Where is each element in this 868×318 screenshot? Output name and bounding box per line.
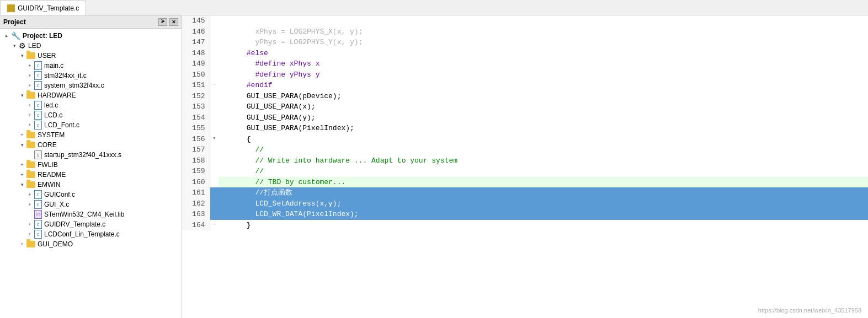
file-tab[interactable]: GUIDRV_Template.c <box>0 1 86 15</box>
code-line-157: 157 // <box>182 144 868 155</box>
tree-item-label: GUIDRV_Template.c <box>44 220 105 228</box>
tree-toggle-stemwin-lib[interactable] <box>25 210 34 219</box>
fold-indicator[interactable]: ─ <box>210 80 219 91</box>
tree-toggle-emwin-folder[interactable]: ▾ <box>18 180 26 189</box>
fold-indicator[interactable] <box>210 209 219 220</box>
tree-toggle-guiconf-c[interactable]: + <box>25 190 34 199</box>
line-number: 148 <box>182 48 210 59</box>
tree-toggle-startup-s[interactable] <box>25 150 34 159</box>
fold-indicator[interactable]: ─ <box>210 220 219 231</box>
fold-indicator[interactable] <box>210 144 219 155</box>
line-number: 163 <box>182 209 210 220</box>
tree-item-system-stm32[interactable]: +Csystem_stm32f4xx.c <box>0 80 182 90</box>
fold-indicator[interactable] <box>210 123 219 134</box>
panel-header: Project ᗒ ✕ <box>0 15 182 29</box>
tree-item-gui-x-c[interactable]: +CGUI_X.c <box>0 200 182 209</box>
fold-indicator[interactable] <box>210 177 219 188</box>
tree-toggle-gui-demo-folder[interactable]: + <box>18 240 26 249</box>
fold-indicator[interactable] <box>210 91 219 102</box>
tree-item-gui-demo-folder[interactable]: +GUI_DEMO <box>0 239 182 249</box>
code-content: xPhys = LOG2PHYS_X(x, y); <box>219 26 868 37</box>
fold-indicator[interactable] <box>210 198 219 209</box>
tree-item-lcd-font-c[interactable]: +CLCD_Font.c <box>0 120 182 130</box>
tree-item-guiconf-c[interactable]: +CGUIConf.c <box>0 190 182 200</box>
code-content: } <box>219 220 868 231</box>
tree-toggle-led-root[interactable]: ▾ <box>10 41 19 50</box>
fold-indicator[interactable] <box>210 112 219 123</box>
folder-icon <box>26 171 35 178</box>
fold-indicator[interactable] <box>210 37 219 48</box>
fold-indicator[interactable] <box>210 26 219 37</box>
tree-toggle-gui-x-c[interactable]: + <box>25 200 34 209</box>
fold-indicator[interactable] <box>210 58 219 69</box>
tree-item-project-root[interactable]: ▸🔧Project: LED <box>0 31 182 41</box>
folder-icon <box>26 241 35 247</box>
tree-item-label: README <box>38 171 66 179</box>
code-content: GUI_USE_PARA(pDevice); <box>219 91 868 102</box>
tree-item-startup-s[interactable]: Sstartup_stm32f40_41xxx.s <box>0 150 182 160</box>
fold-indicator[interactable]: ▾ <box>210 134 219 145</box>
tree-toggle-user-folder[interactable]: ▾ <box>18 51 26 60</box>
tree-item-main-c[interactable]: +Cmain.c <box>0 61 182 71</box>
line-number: 162 <box>182 198 210 209</box>
tree-item-hardware-folder[interactable]: ▾HARDWARE <box>0 90 182 100</box>
tree-toggle-main-c[interactable]: + <box>25 61 34 70</box>
tree-item-lcd-c[interactable]: +CLCD.c <box>0 110 182 120</box>
tree-item-guidrv-c[interactable]: +CGUIDRV_Template.c <box>0 219 182 229</box>
panel-close-btn[interactable]: ✕ <box>169 18 178 26</box>
tree-item-readme-folder[interactable]: +README <box>0 170 182 180</box>
fold-indicator[interactable] <box>210 155 219 166</box>
tree-item-lcdconf-c[interactable]: +CLCDConf_Lin_Template.c <box>0 229 182 239</box>
code-area[interactable]: 145146 xPhys = LOG2PHYS_X(x, y);147 yPhy… <box>182 15 868 318</box>
tree-item-label: USER <box>38 52 56 60</box>
fold-indicator[interactable] <box>210 69 219 80</box>
code-line-163: 163 LCD_WR_DATA(PixelIndex); <box>182 209 868 220</box>
c-file-icon: C <box>34 190 42 199</box>
tree-item-led-root[interactable]: ▾⚙LED <box>0 41 182 51</box>
tree-item-stm32f4xx-it[interactable]: +Cstm32f4xx_it.c <box>0 71 182 80</box>
code-content: #define xPhys x <box>219 58 868 69</box>
tree-item-emwin-folder[interactable]: ▾EMWIN <box>0 180 182 190</box>
tree-toggle-hardware-folder[interactable]: ▾ <box>18 91 26 100</box>
tree-toggle-readme-folder[interactable]: + <box>18 170 26 179</box>
lib-file-icon: LIB <box>34 210 42 219</box>
tree-item-led-c[interactable]: +Cled.c <box>0 100 182 110</box>
panel-dock-btn[interactable]: ᗒ <box>158 18 167 26</box>
tree-toggle-system-folder[interactable]: + <box>18 131 26 139</box>
tree-toggle-lcd-c[interactable]: + <box>25 111 34 120</box>
tree-toggle-led-c[interactable]: + <box>25 101 34 110</box>
code-content: // <box>219 144 868 155</box>
code-line-158: 158 // Write into hardware ... Adapt to … <box>182 155 868 166</box>
tree-item-fwlib-folder[interactable]: +FWLIB <box>0 160 182 170</box>
tree-toggle-stm32f4xx-it[interactable]: + <box>25 71 34 80</box>
tree-toggle-system-stm32[interactable]: + <box>25 81 34 90</box>
tree-item-label: stm32f4xx_it.c <box>44 72 87 79</box>
tree-toggle-lcdconf-c[interactable]: + <box>25 230 34 239</box>
line-number: 150 <box>182 69 210 80</box>
fold-indicator[interactable] <box>210 101 219 112</box>
code-content: GUI_USE_PARA(PixelIndex); <box>219 123 868 134</box>
tree-toggle-core-folder[interactable]: ▾ <box>18 141 26 149</box>
tree-item-stemwin-lib[interactable]: LIBSTemWin532_CM4_Keil.lib <box>0 209 182 219</box>
tab-label: GUIDRV_Template.c <box>18 4 79 12</box>
fold-indicator[interactable] <box>210 48 219 59</box>
tree-item-label: led.c <box>44 101 58 109</box>
folder-icon <box>26 181 35 188</box>
code-content: { <box>219 134 868 145</box>
code-line-159: 159 // <box>182 166 868 177</box>
tree-item-label: LCDConf_Lin_Template.c <box>44 230 120 238</box>
tree-toggle-lcd-font-c[interactable]: + <box>25 121 34 130</box>
fold-indicator[interactable] <box>210 166 219 177</box>
tree-item-system-folder[interactable]: +SYSTEM <box>0 130 182 140</box>
code-line-160: 160 // TBD by customer... <box>182 177 868 188</box>
tree-item-user-folder[interactable]: ▾USER <box>0 51 182 61</box>
code-line-147: 147 yPhys = LOG2PHYS_Y(x, y); <box>182 37 868 48</box>
line-number: 157 <box>182 144 210 155</box>
code-content: #else <box>219 48 868 59</box>
tree-toggle-project-root[interactable]: ▸ <box>2 31 11 40</box>
fold-indicator[interactable] <box>210 187 219 198</box>
tree-item-core-folder[interactable]: ▾CORE <box>0 140 182 150</box>
fold-indicator[interactable] <box>210 15 219 26</box>
tree-toggle-guidrv-c[interactable]: + <box>25 220 34 229</box>
tree-toggle-fwlib-folder[interactable]: + <box>18 160 26 169</box>
